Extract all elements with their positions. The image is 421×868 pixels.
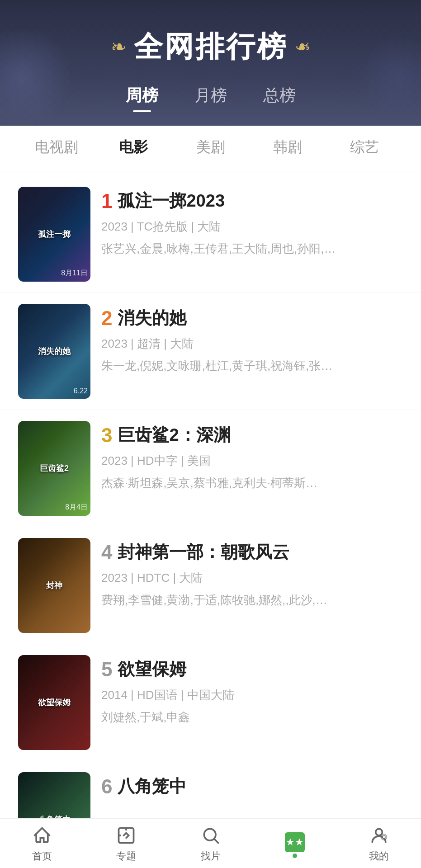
poster-date: 8月11日 [61,269,88,278]
movie-cast: 刘婕然,于斌,申鑫 [101,708,403,726]
search-icon [199,824,222,847]
movie-info: 3 巨齿鲨2：深渊 2023 | HD中字 | 美国 杰森·斯坦森,吴京,蔡书雅… [101,421,403,492]
nav-profile-label: 我的 [369,849,389,863]
leaf-right-icon: ❧ [295,36,311,58]
rank-number: 6 [101,777,112,797]
movie-title: 巨齿鲨2：深渊 [118,424,230,447]
tab-bar: 周榜 月榜 总榜 [0,85,421,126]
movie-meta: 2023 | HDTC | 大陆 [101,569,403,587]
cat-variety[interactable]: 综艺 [326,133,403,162]
compass-icon [115,824,137,847]
svg-point-5 [376,829,383,835]
svg-line-4 [214,839,218,843]
poster-text: 欲望保姆 [18,697,90,708]
movie-title: 封神第一部：朝歌风云 [118,541,289,564]
cat-tv[interactable]: 电视剧 [18,133,95,162]
movie-info: 5 欲望保姆 2014 | HD国语 | 中国大陆 刘婕然,于斌,申鑫 [101,655,403,726]
nav-search[interactable]: 找片 [168,824,252,863]
nav-profile[interactable]: 我的 [337,824,421,863]
movie-cast: 费翔,李雪健,黄渤,于适,陈牧驰,娜然,,此沙,… [101,591,403,609]
bottom-nav: 首页 专题 找片 ★ [0,818,421,868]
tab-weekly[interactable]: 周榜 [126,85,158,112]
nav-topic[interactable]: 专题 [84,824,168,863]
tab-monthly[interactable]: 月榜 [194,85,227,112]
poster-date: 8月4日 [65,503,88,512]
rank-number: 4 [101,542,112,562]
movie-title: 欲望保姆 [118,658,186,681]
nav-shield[interactable]: ★ [253,831,337,856]
movie-poster: 欲望保姆 [18,655,90,750]
poster-text: 孤注一掷 [18,229,90,240]
poster-text: 巨齿鲨2 [18,463,90,474]
list-item[interactable]: 消失的她 6.22 2 消失的她 2023 | 超清 | 大陆 朱一龙,倪妮,文… [0,293,421,410]
rank-number: 1 [101,191,112,211]
shield-icon: ★ [284,831,306,854]
header: ❧ 全网排行榜 ❧ 周榜 月榜 总榜 [0,0,421,126]
cat-kr-drama[interactable]: 韩剧 [249,133,326,162]
movie-meta: 2023 | 超清 | 大陆 [101,335,403,353]
poster-text: 消失的她 [18,346,90,357]
movie-poster: 巨齿鲨2 8月4日 [18,421,90,516]
movie-meta: 2023 | HD中字 | 美国 [101,452,403,470]
movie-poster: 消失的她 6.22 [18,304,90,399]
movie-info: 4 封神第一部：朝歌风云 2023 | HDTC | 大陆 费翔,李雪健,黄渤,… [101,538,403,609]
movie-title-row: 6 八角笼中 [101,775,403,798]
list-item[interactable]: 巨齿鲨2 8月4日 3 巨齿鲨2：深渊 2023 | HD中字 | 美国 杰森·… [0,410,421,527]
movie-title-row: 1 孤注一掷2023 [101,189,403,212]
movie-cast: 张艺兴,金晨,咏梅,王传君,王大陆,周也,孙阳,… [101,240,403,258]
movie-meta: 2014 | HD国语 | 中国大陆 [101,686,403,704]
movie-info: 2 消失的她 2023 | 超清 | 大陆 朱一龙,倪妮,文咏珊,杜江,黄子琪,… [101,304,403,375]
nav-topic-label: 专题 [116,849,136,863]
movie-list: 孤注一掷 8月11日 1 孤注一掷2023 2023 | TC抢先版 | 大陆 … [0,171,421,868]
movie-meta: 2023 | TC抢先版 | 大陆 [101,218,403,236]
cat-us-drama[interactable]: 美剧 [172,133,249,162]
list-item[interactable]: 欲望保姆 5 欲望保姆 2014 | HD国语 | 中国大陆 刘婕然,于斌,申鑫 [0,644,421,761]
nav-home[interactable]: 首页 [0,824,84,863]
header-title: ❧ 全网排行榜 ❧ [0,27,421,66]
rank-number: 5 [101,660,112,679]
movie-title: 孤注一掷2023 [118,189,225,212]
movie-cast: 杰森·斯坦森,吴京,蔡书雅,克利夫·柯蒂斯… [101,474,403,492]
rank-number: 2 [101,308,112,328]
movie-title-row: 3 巨齿鲨2：深渊 [101,424,403,447]
page-title: 全网排行榜 [134,27,288,66]
movie-title-row: 2 消失的她 [101,307,403,330]
content-area: 电视剧 电影 美剧 韩剧 综艺 孤注一掷 8月11日 1 孤注一掷2023 20… [0,117,421,868]
movie-title: 八角笼中 [118,775,186,798]
list-item[interactable]: 孤注一掷 8月11日 1 孤注一掷2023 2023 | TC抢先版 | 大陆 … [0,176,421,293]
movie-title: 消失的她 [118,307,186,330]
rank-number: 3 [101,425,112,445]
leaf-left-icon: ❧ [111,36,127,58]
tab-total[interactable]: 总榜 [263,85,296,112]
user-icon [368,824,390,847]
movie-poster: 封神 [18,538,90,633]
home-icon [31,824,53,847]
list-item[interactable]: 封神 4 封神第一部：朝歌风云 2023 | HDTC | 大陆 费翔,李雪健,… [0,527,421,644]
nav-search-label: 找片 [201,849,221,863]
poster-date: 6.22 [74,387,88,395]
cat-movie[interactable]: 电影 [95,133,172,162]
movie-info: 1 孤注一掷2023 2023 | TC抢先版 | 大陆 张艺兴,金晨,咏梅,王… [101,187,403,258]
movie-poster: 孤注一掷 8月11日 [18,187,90,282]
movie-title-row: 5 欲望保姆 [101,658,403,681]
movie-cast: 朱一龙,倪妮,文咏珊,杜江,黄子琪,祝海钰,张… [101,357,403,375]
movie-info: 6 八角笼中 [101,772,403,803]
movie-title-row: 4 封神第一部：朝歌风云 [101,541,403,564]
poster-text: 封神 [18,580,90,591]
nav-home-label: 首页 [32,849,52,863]
